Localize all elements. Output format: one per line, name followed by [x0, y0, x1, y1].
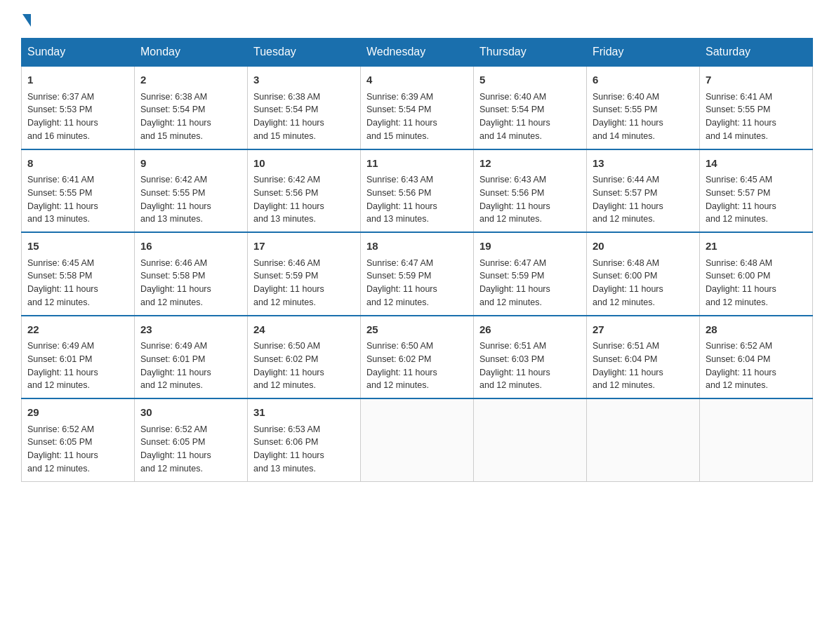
day-number: 20 [593, 239, 694, 255]
daylight-line2: and 14 minutes. [706, 131, 768, 141]
logo-arrow-icon [22, 14, 31, 27]
sunset-text: Sunset: 5:55 PM [27, 188, 92, 198]
daylight-line2: and 12 minutes. [479, 214, 542, 224]
daylight-line2: and 12 minutes. [140, 297, 203, 307]
daylight-line2: and 12 minutes. [706, 214, 768, 224]
calendar-cell [700, 398, 813, 481]
sunset-text: Sunset: 6:06 PM [253, 437, 318, 447]
day-number: 26 [479, 322, 581, 338]
day-number: 7 [706, 72, 807, 88]
calendar-cell: 17Sunrise: 6:46 AMSunset: 5:59 PMDayligh… [248, 232, 361, 316]
day-number: 31 [253, 405, 355, 421]
daylight-line2: and 13 minutes. [366, 214, 429, 224]
sunrise-text: Sunrise: 6:42 AM [140, 175, 207, 185]
header-saturday: Saturday [700, 39, 813, 67]
sunset-text: Sunset: 6:00 PM [706, 271, 770, 281]
sunrise-text: Sunrise: 6:53 AM [253, 424, 320, 434]
sunset-text: Sunset: 5:54 PM [253, 105, 318, 114]
sunset-text: Sunset: 5:59 PM [479, 271, 544, 281]
calendar-cell: 28Sunrise: 6:52 AMSunset: 6:04 PMDayligh… [700, 316, 813, 399]
sunset-text: Sunset: 6:05 PM [140, 437, 205, 447]
week-row-1: 1Sunrise: 6:37 AMSunset: 5:53 PMDaylight… [22, 66, 813, 149]
header-sunday: Sunday [22, 39, 135, 67]
daylight-line1: Daylight: 11 hours [593, 368, 663, 377]
calendar-cell: 29Sunrise: 6:52 AMSunset: 6:05 PMDayligh… [22, 398, 135, 481]
sunset-text: Sunset: 5:57 PM [593, 188, 657, 198]
calendar-cell: 27Sunrise: 6:51 AMSunset: 6:04 PMDayligh… [587, 316, 700, 399]
day-number: 23 [140, 322, 241, 338]
sunset-text: Sunset: 5:54 PM [479, 105, 544, 114]
daylight-line1: Daylight: 11 hours [27, 284, 98, 294]
daylight-line2: and 12 minutes. [593, 214, 655, 224]
sunset-text: Sunset: 5:57 PM [706, 188, 770, 198]
page-header [21, 14, 813, 24]
daylight-line2: and 12 minutes. [27, 464, 90, 474]
day-number: 15 [27, 239, 128, 255]
daylight-line1: Daylight: 11 hours [706, 118, 776, 128]
calendar-cell [587, 398, 700, 481]
sunrise-text: Sunrise: 6:38 AM [253, 92, 320, 102]
sunset-text: Sunset: 5:56 PM [366, 188, 431, 198]
day-number: 12 [479, 156, 581, 172]
daylight-line1: Daylight: 11 hours [593, 284, 663, 294]
calendar-cell: 1Sunrise: 6:37 AMSunset: 5:53 PMDaylight… [22, 66, 135, 149]
day-number: 1 [27, 72, 128, 88]
sunrise-text: Sunrise: 6:50 AM [366, 341, 433, 351]
sunrise-text: Sunrise: 6:43 AM [366, 175, 433, 185]
header-wednesday: Wednesday [361, 39, 474, 67]
header-thursday: Thursday [474, 39, 587, 67]
daylight-line1: Daylight: 11 hours [706, 368, 776, 377]
calendar-cell: 14Sunrise: 6:45 AMSunset: 5:57 PMDayligh… [700, 149, 813, 233]
calendar-header-row: SundayMondayTuesdayWednesdayThursdayFrid… [22, 39, 813, 67]
daylight-line2: and 12 minutes. [593, 380, 655, 390]
day-number: 2 [140, 72, 241, 88]
calendar-cell: 30Sunrise: 6:52 AMSunset: 6:05 PMDayligh… [135, 398, 248, 481]
calendar-cell: 4Sunrise: 6:39 AMSunset: 5:54 PMDaylight… [361, 66, 474, 149]
sunrise-text: Sunrise: 6:52 AM [140, 424, 207, 434]
sunset-text: Sunset: 6:01 PM [27, 354, 92, 364]
sunrise-text: Sunrise: 6:47 AM [366, 258, 433, 268]
calendar-cell [361, 398, 474, 481]
day-number: 18 [366, 239, 468, 255]
sunrise-text: Sunrise: 6:51 AM [479, 341, 546, 351]
calendar-cell [474, 398, 587, 481]
calendar-cell: 7Sunrise: 6:41 AMSunset: 5:55 PMDaylight… [700, 66, 813, 149]
sunrise-text: Sunrise: 6:46 AM [253, 258, 320, 268]
calendar-cell: 18Sunrise: 6:47 AMSunset: 5:59 PMDayligh… [361, 232, 474, 316]
sunset-text: Sunset: 5:54 PM [366, 105, 431, 114]
sunset-text: Sunset: 5:59 PM [366, 271, 431, 281]
daylight-line1: Daylight: 11 hours [366, 118, 437, 128]
sunset-text: Sunset: 6:05 PM [27, 437, 92, 447]
daylight-line2: and 12 minutes. [27, 297, 90, 307]
sunset-text: Sunset: 5:56 PM [479, 188, 544, 198]
sunrise-text: Sunrise: 6:48 AM [593, 258, 659, 268]
header-tuesday: Tuesday [248, 39, 361, 67]
day-number: 3 [253, 72, 355, 88]
daylight-line2: and 13 minutes. [253, 214, 316, 224]
daylight-line2: and 12 minutes. [706, 297, 768, 307]
sunrise-text: Sunrise: 6:40 AM [479, 92, 546, 102]
daylight-line1: Daylight: 11 hours [253, 201, 324, 211]
week-row-3: 15Sunrise: 6:45 AMSunset: 5:58 PMDayligh… [22, 232, 813, 316]
calendar-cell: 25Sunrise: 6:50 AMSunset: 6:02 PMDayligh… [361, 316, 474, 399]
daylight-line2: and 12 minutes. [479, 297, 542, 307]
daylight-line1: Daylight: 11 hours [140, 118, 211, 128]
sunrise-text: Sunrise: 6:52 AM [27, 424, 94, 434]
calendar-cell: 20Sunrise: 6:48 AMSunset: 6:00 PMDayligh… [587, 232, 700, 316]
sunrise-text: Sunrise: 6:38 AM [140, 92, 207, 102]
daylight-line1: Daylight: 11 hours [479, 118, 550, 128]
day-number: 22 [27, 322, 128, 338]
sunset-text: Sunset: 5:58 PM [27, 271, 92, 281]
logo-general [21, 14, 31, 27]
day-number: 16 [140, 239, 241, 255]
calendar-cell: 24Sunrise: 6:50 AMSunset: 6:02 PMDayligh… [248, 316, 361, 399]
sunrise-text: Sunrise: 6:45 AM [706, 175, 772, 185]
calendar-cell: 9Sunrise: 6:42 AMSunset: 5:55 PMDaylight… [135, 149, 248, 233]
sunrise-text: Sunrise: 6:41 AM [27, 175, 94, 185]
sunrise-text: Sunrise: 6:37 AM [27, 92, 94, 102]
daylight-line2: and 15 minutes. [253, 131, 316, 141]
sunset-text: Sunset: 5:54 PM [140, 105, 205, 114]
calendar-cell: 3Sunrise: 6:38 AMSunset: 5:54 PMDaylight… [248, 66, 361, 149]
daylight-line2: and 12 minutes. [366, 297, 429, 307]
daylight-line1: Daylight: 11 hours [479, 368, 550, 377]
